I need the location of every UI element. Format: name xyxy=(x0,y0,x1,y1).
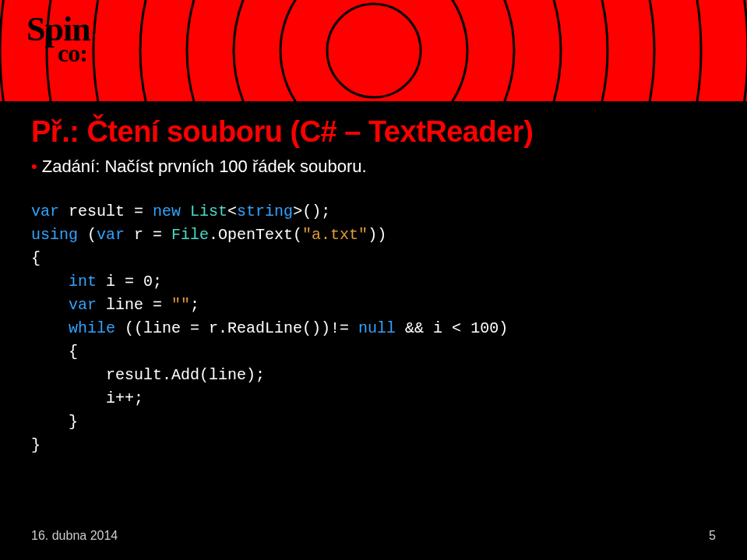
svg-point-5 xyxy=(93,0,654,101)
svg-point-3 xyxy=(187,0,561,101)
slide-title: Př.: Čtení souboru (C# – TextReader) xyxy=(31,115,716,149)
kw: null xyxy=(358,319,396,337)
slide-subtitle: •Zadání: Načíst prvních 100 řádek soubor… xyxy=(31,157,716,177)
kw: int xyxy=(69,273,97,291)
kw: string xyxy=(237,203,293,220)
kw: var xyxy=(69,296,97,314)
svg-point-4 xyxy=(140,0,608,101)
subtitle-text: Zadání: Načíst prvních 100 řádek souboru… xyxy=(42,157,367,176)
type: File xyxy=(171,226,209,244)
logo: Spin co: xyxy=(26,14,90,64)
footer: 16. dubna 2014 5 xyxy=(31,529,716,543)
logo-line2: co: xyxy=(58,42,90,65)
svg-point-1 xyxy=(280,0,467,101)
kw: new xyxy=(153,203,181,220)
svg-point-6 xyxy=(47,0,701,101)
rings-decoration xyxy=(0,0,747,101)
svg-point-0 xyxy=(327,4,421,97)
kw: var xyxy=(31,203,59,220)
footer-page: 5 xyxy=(709,529,716,543)
string: "a.txt" xyxy=(302,226,368,244)
kw: while xyxy=(69,319,115,337)
header-banner: Spin co: xyxy=(0,0,747,101)
svg-point-7 xyxy=(0,0,747,101)
type: List xyxy=(190,203,227,220)
svg-point-2 xyxy=(234,0,514,101)
bullet-icon: • xyxy=(31,157,37,176)
code-block: var result = new List<string>(); using (… xyxy=(31,200,716,457)
footer-date: 16. dubna 2014 xyxy=(31,529,118,543)
string: "" xyxy=(171,296,190,314)
kw: var xyxy=(97,226,125,244)
kw: using xyxy=(31,226,78,244)
slide-content: Př.: Čtení souboru (C# – TextReader) •Za… xyxy=(0,101,747,457)
